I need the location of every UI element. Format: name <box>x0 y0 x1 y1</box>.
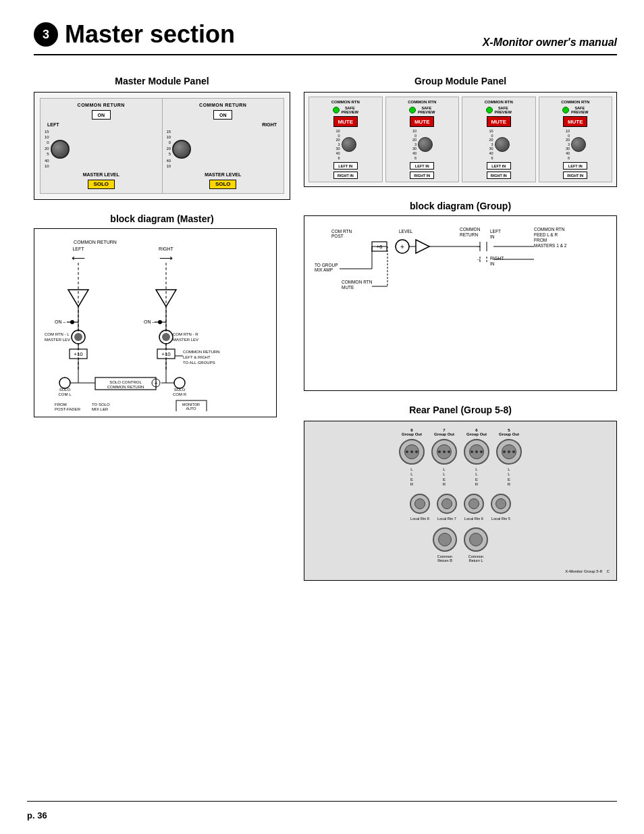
group-module-panel: COMMON RTN SAFEPREVIEW MUTE 10 020 33040… <box>304 92 617 187</box>
led-green-1 <box>333 107 340 113</box>
left-in-4[interactable]: LEFT IN <box>563 162 587 170</box>
svg-text:MIX AMP: MIX AMP <box>315 267 333 272</box>
trs-rtn-5[interactable] <box>491 494 511 514</box>
connector-group-5: 5Group Out <box>496 428 522 487</box>
safe-preview-row-1: SAFEPREVIEW <box>333 106 358 114</box>
svg-text:MASTER LEV: MASTER LEV <box>173 338 198 342</box>
block-master-title: block diagram (Master) <box>34 213 290 224</box>
left-in-3[interactable]: LEFT IN <box>487 162 511 170</box>
group-panel-title: Group Module Panel <box>304 76 617 86</box>
mute-button-2[interactable]: MUTE <box>410 116 434 127</box>
common-return-label-2: COMMON RETURN <box>199 103 246 107</box>
solo-button-left[interactable]: SOLO <box>88 180 115 189</box>
trs-rtn-8[interactable] <box>410 494 430 514</box>
svg-text:COM RTN - R: COM RTN - R <box>173 332 198 336</box>
footer-right: C <box>607 569 610 573</box>
svg-text:+: + <box>155 380 158 386</box>
xlr-7[interactable] <box>431 439 457 465</box>
svg-text:LEFT: LEFT <box>490 229 501 234</box>
xlr-5[interactable] <box>496 439 522 465</box>
on-button-right[interactable]: ON <box>213 110 232 120</box>
common-rtn-2: COMMON RTN <box>408 100 436 104</box>
left-in-2[interactable]: LEFT IN <box>410 162 434 170</box>
mute-button-3[interactable]: MUTE <box>487 116 511 127</box>
local-rtn-6-label: Local Rtn 6 <box>464 517 483 521</box>
common-return-b-group: CommonReturn B <box>433 527 457 563</box>
xlr-8[interactable] <box>399 439 425 465</box>
knob-row-left: 151002054010 <box>45 130 158 170</box>
connector-8-labels: LLER <box>410 467 413 487</box>
svg-text:IN: IN <box>490 234 495 239</box>
svg-text:COMMON RTN: COMMON RTN <box>534 227 565 232</box>
group-scale-2: 10 020 33040 6 <box>411 129 417 160</box>
svg-text:+10: +10 <box>74 351 83 357</box>
left-label: LEFT <box>47 122 59 127</box>
group-channel-3: COMMON RTN SAFEPREVIEW MUTE 10 020 33040… <box>462 97 536 182</box>
right-in-3[interactable]: RIGHT IN <box>487 172 511 179</box>
trs-rtn-7[interactable] <box>437 494 457 514</box>
scale-left: 151002054010 <box>45 130 49 170</box>
master-knob-right[interactable] <box>172 140 191 159</box>
connector-row-1: 8Group Out <box>311 428 610 487</box>
master-knob-left[interactable] <box>51 140 70 159</box>
left-column: Master Module Panel COMMON RETURN ON LEF… <box>34 76 290 581</box>
common-rtn-1: COMMON RTN <box>331 100 360 104</box>
svg-text:→: → <box>476 257 481 263</box>
xlr-pin <box>406 450 408 453</box>
group-knob-3[interactable] <box>495 137 510 152</box>
led-green-4 <box>562 107 569 113</box>
group-svg: COM RTN POST LEVEL COMMON RETURN LEFT IN… <box>311 223 601 331</box>
mute-button-1[interactable]: MUTE <box>333 116 358 127</box>
svg-text:⟶: ⟶ <box>159 253 173 263</box>
on-button-left[interactable]: ON <box>92 110 111 120</box>
trs-inner-common-b <box>438 533 452 546</box>
xlr-inner-5 <box>502 444 516 459</box>
group-knob-1[interactable] <box>342 137 356 152</box>
svg-text:SOLO CONTROL: SOLO CONTROL <box>109 380 142 384</box>
svg-text:COMMON: COMMON <box>460 227 481 232</box>
svg-point-31 <box>59 377 70 388</box>
left-in-1[interactable]: LEFT IN <box>333 162 358 170</box>
svg-text:FROM: FROM <box>534 238 547 242</box>
group-channel-2: COMMON RTN SAFEPREVIEW MUTE 10 020 33040… <box>385 97 460 182</box>
right-in-4[interactable]: RIGHT IN <box>563 172 587 179</box>
xlr-pins-8 <box>406 450 418 453</box>
svg-text:LEFT & RIGHT: LEFT & RIGHT <box>183 355 211 359</box>
master-svg: COMMON RETURN LEFT RIGHT ⟵ ⟶ <box>41 236 271 411</box>
svg-text:COMMON RETURN: COMMON RETURN <box>183 350 220 354</box>
local-rtn-5-group: Local Rtn 5 <box>491 494 511 521</box>
xlr-pins-7 <box>438 450 450 453</box>
footer-text: X-Monitor Group 5-8 <box>565 569 602 573</box>
right-in-2[interactable]: RIGHT IN <box>410 172 434 179</box>
connector-6-labels: LLER <box>475 467 478 487</box>
group-knob-4[interactable] <box>571 137 586 152</box>
svg-point-39 <box>174 377 185 388</box>
xlr-pin <box>438 450 441 453</box>
svg-text:POST-FADER: POST-FADER <box>55 407 81 411</box>
common-rtn-4: COMMON RTN <box>561 100 589 104</box>
trs-rtn-6[interactable] <box>464 494 484 514</box>
xlr-6[interactable] <box>464 439 489 465</box>
xlr-pins-5 <box>503 450 515 453</box>
common-return-label-1: COMMON RETURN <box>78 103 125 107</box>
svg-text:MUTE: MUTE <box>342 285 354 290</box>
trs-common-l[interactable] <box>464 527 488 552</box>
knob-row-right: 151002054010 <box>167 130 280 170</box>
svg-text:COM R: COM R <box>173 392 187 396</box>
svg-text:IN: IN <box>490 261 495 266</box>
right-column: Group Module Panel COMMON RTN SAFEPREVIE… <box>304 76 617 581</box>
group-knob-2[interactable] <box>418 137 433 152</box>
mute-button-4[interactable]: MUTE <box>563 116 587 127</box>
safe-preview-label-3: SAFEPREVIEW <box>495 106 512 114</box>
connector-group-8: 8Group Out <box>399 428 425 487</box>
svg-text:RETURN: RETURN <box>460 232 478 237</box>
right-in-1[interactable]: RIGHT IN <box>333 172 358 179</box>
rear-panel-footer: X-Monitor Group 5-8 C <box>311 569 610 573</box>
xlr-pin <box>475 450 478 453</box>
xlr-pin <box>508 450 510 453</box>
solo-button-right[interactable]: SOLO <box>209 180 236 189</box>
trs-common-b[interactable] <box>433 527 457 552</box>
group-out-label-7: 7Group Out <box>434 428 454 436</box>
connector-group-6: 6Group Out <box>464 428 489 487</box>
block-group-diagram: COM RTN POST LEVEL COMMON RETURN LEFT IN… <box>304 215 617 391</box>
